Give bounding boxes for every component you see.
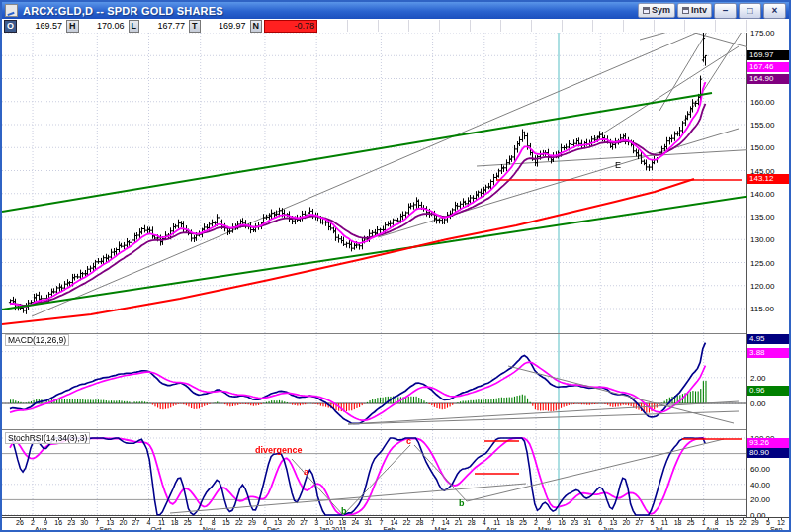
quote-empty-cell: [685, 20, 716, 32]
interval-button-label: Intv: [691, 6, 707, 15]
date-month-label: Nov: [203, 526, 215, 532]
stoch-tick-label: 20.00: [750, 495, 770, 504]
date-day-label: 22: [403, 519, 411, 526]
price-tick-label: 150.00: [750, 143, 774, 152]
date-day-label: 7: [431, 519, 435, 526]
date-day-label: 9: [44, 519, 47, 526]
date-month-label: Dec: [267, 526, 279, 532]
stoch-tick-label: 40.00: [750, 481, 770, 489]
macd-tick-label: 0.00: [750, 399, 766, 408]
date-day-label: 12: [777, 519, 785, 526]
date-day-label: 29: [248, 519, 256, 526]
date-day-label: 15: [726, 519, 734, 526]
price-axis-strip: 175.00160.00155.00150.00145.00140.00135.…: [747, 19, 791, 517]
date-day-label: 18: [506, 519, 514, 526]
date-day-label: 11: [158, 519, 165, 526]
quote-bar: O169.57H170.06L167.77T169.97N-0.78: [2, 19, 747, 34]
quote-field-value: 169.97: [201, 21, 248, 31]
date-day-label: 6: [598, 519, 602, 526]
date-day-label: 11: [661, 519, 668, 526]
price-badge: 169.97: [747, 50, 790, 60]
quote-field-label: H: [66, 20, 79, 33]
date-day-label: 2: [534, 519, 538, 526]
quote-empty-cell: [409, 20, 440, 32]
date-day-label: 15: [222, 519, 230, 526]
symbol-button-label: Sym: [652, 6, 670, 15]
date-month-label: Aug: [35, 526, 46, 532]
quote-empty-cell: [379, 20, 409, 32]
close-button[interactable]: ×: [763, 3, 786, 19]
date-day-label: 18: [674, 519, 682, 526]
date-day-label: 28: [416, 519, 424, 526]
date-day-label: 24: [351, 519, 359, 526]
quote-field-label: O: [4, 20, 17, 33]
date-day-label: 21: [455, 519, 463, 526]
minimize-button[interactable]: –: [714, 3, 737, 19]
symbol-button[interactable]: Sym: [638, 3, 675, 18]
quote-field-label: T: [189, 20, 201, 33]
date-day-label: 25: [519, 519, 527, 526]
quote-empty-cell: [716, 20, 747, 32]
date-day-label: 31: [364, 519, 372, 526]
date-day-label: 13: [609, 519, 617, 526]
quote-empty-cell: [532, 20, 563, 32]
chart-plot-area[interactable]: [2, 33, 747, 517]
quote-empty-cell: [501, 20, 532, 32]
date-day-label: 14: [391, 519, 398, 526]
date-day-label: 20: [287, 519, 295, 526]
price-tick-label: 125.00: [750, 259, 774, 268]
date-day-label: 23: [67, 519, 75, 526]
app-icon: [5, 4, 18, 17]
quote-field-value: 170.06: [79, 21, 127, 31]
date-day-label: 23: [571, 519, 578, 526]
price-tick-label: 135.00: [750, 213, 774, 222]
quote-empty-cell: [624, 20, 655, 32]
price-badge: 143.12: [747, 174, 790, 184]
date-day-label: 9: [547, 519, 551, 526]
stoch-badge: 93.26: [747, 438, 790, 448]
date-day-label: 8: [715, 519, 719, 526]
date-day-label: 22: [235, 519, 243, 526]
price-badge: 164.90: [747, 74, 790, 84]
quote-empty-cell: [655, 20, 685, 32]
stoch-badge: 80.90: [747, 448, 790, 458]
date-day-label: 22: [739, 519, 747, 526]
quote-field-value: 169.57: [17, 21, 64, 31]
date-day-label: 3: [314, 519, 318, 526]
price-tick-label: 130.00: [750, 235, 774, 244]
date-day-label: 1: [702, 519, 706, 526]
quote-empty-cell: [348, 20, 379, 32]
chart-canvas[interactable]: [2, 33, 747, 517]
date-day-label: 11: [493, 519, 500, 526]
date-day-label: 10: [325, 519, 333, 526]
title-bar[interactable]: ARCX:GLD,D -- SPDR GOLD SHARES Sym Intv …: [2, 2, 789, 19]
date-day-label: 6: [263, 519, 267, 526]
macd-badge: 4.95: [747, 334, 790, 344]
date-day-label: 20: [119, 519, 127, 526]
date-day-label: 8: [212, 519, 216, 526]
quote-empty-cell: [317, 20, 348, 32]
date-day-label: 25: [184, 519, 192, 526]
date-month-label: Sep: [770, 526, 782, 532]
quote-empty-cell: [440, 20, 471, 32]
date-month-label: Jan 2011: [318, 526, 346, 532]
date-day-label: 20: [622, 519, 630, 526]
interval-button[interactable]: Intv: [677, 3, 712, 18]
macd-badge: 3.88: [747, 348, 790, 358]
date-month-label: Mar: [435, 526, 447, 532]
date-day-label: 26: [16, 519, 24, 526]
maximize-button[interactable]: □: [739, 3, 761, 19]
date-day-label: 2: [31, 519, 35, 526]
date-axis: 2629162330713202741118251815222961320273…: [2, 517, 789, 532]
date-day-label: 29: [751, 519, 759, 526]
date-day-label: 31: [583, 519, 591, 526]
macd-panel-label: MACD(12,26,9): [5, 334, 69, 346]
date-day-label: 16: [54, 519, 62, 526]
date-day-label: 18: [338, 519, 346, 526]
stoch-tick-label: 60.00: [750, 465, 770, 474]
date-month-label: Apr: [486, 526, 497, 532]
date-month-label: Feb: [383, 526, 395, 532]
date-day-label: 16: [558, 519, 566, 526]
quote-field-value: -0.78: [264, 20, 317, 33]
price-badge: 167.46: [747, 62, 790, 72]
